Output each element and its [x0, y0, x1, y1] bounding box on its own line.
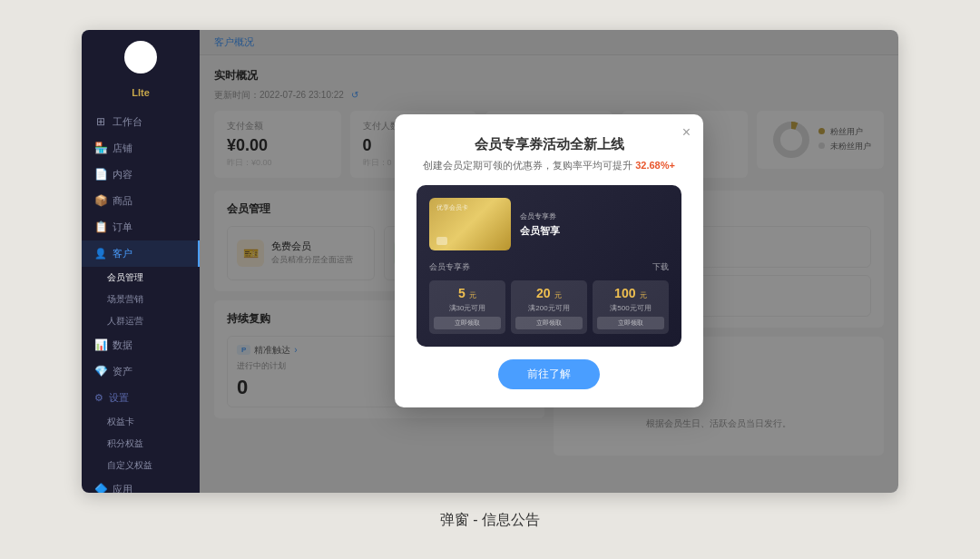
logo-wrapper: LIte: [124, 41, 157, 98]
sidebar-item-store[interactable]: 🏪 店铺: [82, 135, 200, 162]
sidebar-item-label: 工作台: [113, 115, 142, 129]
coupon-unit: 元: [469, 291, 476, 299]
sidebar-item-label: 数据: [113, 338, 132, 352]
coupon-btn-100[interactable]: 立即领取: [597, 317, 664, 329]
card-info-line: 会员专享券: [520, 211, 669, 221]
gold-card: 优享会员卡: [429, 198, 511, 250]
main-content: 客户概况 实时概况 更新时间：2022-07-26 23:10:22 ↺ 支付金…: [200, 30, 898, 493]
modal-card-preview: 优享会员卡 会员专享券 会员智享 会员专享券 下载: [416, 185, 681, 347]
customer-icon: 👤: [94, 248, 107, 260]
sidebar-settings-label: 设置: [109, 391, 129, 405]
sidebar-item-goods[interactable]: 📦 商品: [82, 188, 200, 214]
sidebar-item-workbench[interactable]: ⊞ 工作台: [82, 109, 200, 135]
settings-icon: ⚙: [94, 392, 103, 404]
sidebar-item-content[interactable]: 📄 内容: [82, 162, 200, 188]
sidebar-sub-scene-marketing[interactable]: 场景营销: [82, 289, 200, 310]
modal-overlay[interactable]: × 会员专享券活动全新上线 创建会员定期可领的优惠券，复购率平均可提升 32.6…: [200, 30, 898, 493]
sidebar-item-data[interactable]: 📊 数据: [82, 332, 200, 358]
app-container: LIte ⊞ 工作台 🏪 店铺 📄 内容 📦 商品 📋 订单: [82, 30, 898, 493]
modal-close-button[interactable]: ×: [682, 125, 691, 140]
sidebar-sub-benefits-card[interactable]: 权益卡: [82, 411, 200, 433]
modal-highlight: 32.68%+: [635, 160, 675, 171]
coupon-value: 5 元: [434, 285, 501, 301]
coupon-value: 20 元: [515, 285, 583, 301]
sidebar-item-apps[interactable]: 🔷 应用: [82, 476, 200, 493]
coupon-item-20: 20 元 满200元可用 立即领取: [511, 280, 587, 334]
modal: × 会员专享券活动全新上线 创建会员定期可领的优惠券，复购率平均可提升 32.6…: [395, 114, 703, 407]
workbench-icon: ⊞: [94, 115, 107, 128]
coupon-row: 5 元 满30元可用 立即领取 20 元 满200元可用: [429, 280, 669, 334]
sidebar-sub-custom-benefits[interactable]: 自定义权益: [82, 455, 200, 476]
sidebar-item-settings[interactable]: ⚙ 设置: [82, 385, 200, 411]
card-info-right: 会员专享券 会员智享: [520, 211, 669, 238]
gold-card-top-text: 优享会员卡: [436, 203, 504, 212]
sidebar-logo-text: LIte: [132, 88, 150, 98]
goods-icon: 📦: [94, 194, 107, 207]
modal-card-inner: 优享会员卡 会员专享券 会员智享: [429, 198, 669, 250]
content-icon: 📄: [94, 168, 107, 181]
coupon-label-5: 满30元可用: [434, 303, 501, 313]
modal-subtitle-text: 创建会员定期可领的优惠券，复购率平均可提升: [423, 160, 632, 171]
sidebar-item-label: 资产: [113, 365, 132, 378]
sidebar-sub-points-benefits[interactable]: 积分权益: [82, 433, 200, 455]
coupon-unit: 元: [554, 291, 562, 299]
coupon-val: 5: [458, 286, 466, 300]
coupon-btn-20[interactable]: 立即领取: [515, 317, 583, 329]
sidebar-item-label: 订单: [113, 221, 132, 234]
modal-title: 会员专享券活动全新上线: [416, 136, 681, 153]
coupon-label-20: 满200元可用: [515, 303, 583, 313]
sidebar-item-label: 店铺: [113, 142, 132, 155]
coupon-label-100: 满500元可用: [597, 303, 664, 313]
modal-subtitle: 创建会员定期可领的优惠券，复购率平均可提升 32.68%+: [416, 159, 681, 172]
coupon-section-header: 会员专享券 下载: [429, 261, 669, 273]
assets-icon: 💎: [94, 365, 107, 378]
coupon-section-title-text: 会员专享券: [429, 261, 470, 273]
sidebar-item-label: 内容: [113, 168, 132, 181]
data-icon: 📊: [94, 338, 107, 351]
store-icon: 🏪: [94, 142, 107, 154]
coupon-btn-5[interactable]: 立即领取: [434, 317, 501, 329]
coupon-val: 20: [536, 286, 551, 300]
apps-icon: 🔷: [94, 483, 107, 493]
sidebar-item-label: 应用: [113, 483, 132, 493]
coupon-item-100: 100 元 满500元可用 立即领取: [593, 280, 669, 334]
sidebar-item-label: 商品: [113, 194, 132, 208]
sidebar-logo: [124, 41, 157, 74]
coupon-unit: 元: [640, 291, 647, 299]
bottom-label: 弹窗 - 信息公告: [440, 511, 540, 530]
card-info-name: 会员智享: [520, 224, 669, 238]
sidebar: LIte ⊞ 工作台 🏪 店铺 📄 内容 📦 商品 📋 订单: [82, 30, 200, 493]
sidebar-item-assets[interactable]: 💎 资产: [82, 358, 200, 385]
sidebar-item-orders[interactable]: 📋 订单: [82, 214, 200, 240]
coupon-item-5: 5 元 满30元可用 立即领取: [429, 280, 505, 334]
orders-icon: 📋: [94, 221, 107, 233]
modal-cta: 前往了解: [416, 359, 681, 389]
coupon-val: 100: [614, 286, 635, 300]
sidebar-sub-member-management[interactable]: 会员管理: [82, 267, 200, 289]
gold-card-chip: [436, 237, 447, 245]
sidebar-item-customer[interactable]: 👤 客户: [82, 240, 200, 267]
coupon-value: 100 元: [597, 285, 664, 301]
sidebar-customer-label: 客户: [113, 247, 132, 260]
coupon-section-subtitle: 下载: [652, 261, 669, 273]
sidebar-nav: ⊞ 工作台 🏪 店铺 📄 内容 📦 商品 📋 订单 👤 客: [82, 109, 200, 493]
cta-button[interactable]: 前往了解: [498, 359, 600, 389]
sidebar-sub-crowd-ops[interactable]: 人群运营: [82, 310, 200, 332]
